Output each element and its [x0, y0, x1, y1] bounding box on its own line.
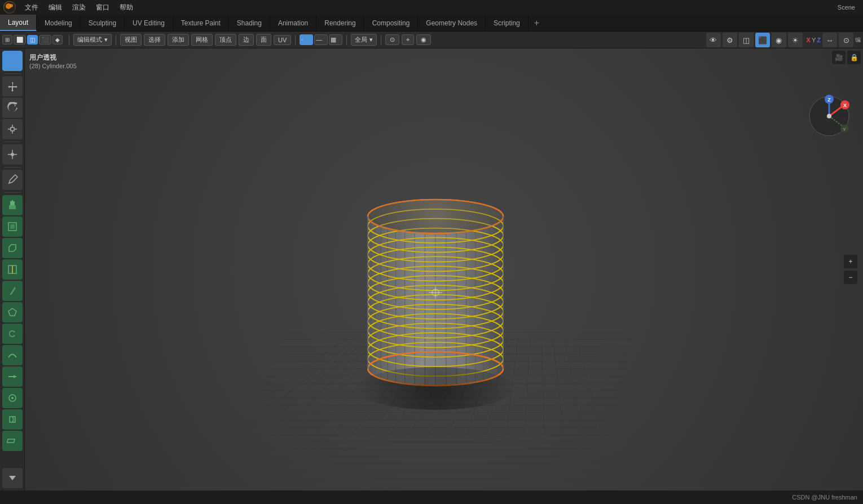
- spin-tool-btn[interactable]: [2, 324, 23, 344]
- file-menu[interactable]: 文件: [20, 2, 43, 14]
- move-tool-btn[interactable]: [2, 76, 23, 96]
- inset-tool-btn[interactable]: [2, 216, 23, 237]
- knife-tool-btn[interactable]: [2, 281, 23, 301]
- axis-sep1: Y: [812, 37, 816, 43]
- view-perspective-icon[interactable]: 👁: [706, 33, 721, 47]
- material-preview-btn[interactable]: ◉: [772, 33, 786, 47]
- viewport-overlay-buttons: 🎥 🔒: [832, 51, 861, 64]
- snap-btn[interactable]: ⌖: [402, 34, 414, 45]
- rotate-tool-btn[interactable]: [2, 98, 23, 118]
- mask-btn[interactable]: ◉: [416, 34, 431, 45]
- svg-rect-6: [11, 127, 14, 131]
- z-axis-label: Z: [817, 37, 821, 43]
- zoom-out-btn[interactable]: −: [844, 271, 857, 284]
- edit-menu[interactable]: 编辑: [44, 2, 67, 14]
- bevel-tool-btn[interactable]: [2, 238, 23, 258]
- viewport-toolbar: ⊞ ⬜ ◫ ⬛ ◆ 编辑模式 ▾ 视图 选择 添加 网格 顶点 边 面 UV ·…: [0, 32, 863, 48]
- extrude-tool-btn[interactable]: [2, 195, 23, 215]
- help-menu[interactable]: 帮助: [115, 2, 138, 14]
- viewport-shading-toggle[interactable]: ⊞: [2, 35, 12, 45]
- main-area: 用户透视 (28) Cylinder.005 🎥 🔒 Z X: [0, 48, 863, 490]
- annotate-tool-btn[interactable]: [2, 170, 23, 190]
- solid-mode-btn[interactable]: ⬛: [755, 33, 770, 47]
- mesh-btn[interactable]: 网格: [191, 34, 213, 46]
- zoom-in-btn[interactable]: +: [844, 255, 857, 268]
- shrink-tool-btn[interactable]: [2, 388, 23, 408]
- x-axis-label: X: [807, 37, 811, 43]
- tab-animation[interactable]: Animation: [270, 15, 316, 31]
- smooth-tool-btn[interactable]: [2, 345, 23, 365]
- tab-geometry-nodes[interactable]: Geometry Nodes: [418, 15, 486, 31]
- tab-scripting[interactable]: Scripting: [486, 15, 529, 31]
- material-toggle[interactable]: ◆: [52, 35, 63, 45]
- vertex-btn[interactable]: 顶点: [215, 34, 236, 46]
- proportional-edit-icon[interactable]: ⊙: [839, 33, 853, 47]
- vertex-mode-btn[interactable]: ·: [300, 34, 313, 45]
- svg-point-11: [11, 153, 14, 156]
- face-btn[interactable]: 面: [256, 34, 271, 46]
- proportional-dropdown[interactable]: 全局 ▾: [351, 34, 377, 46]
- status-bar: CSDN @JNU freshman: [0, 490, 863, 504]
- scene-label: Scene: [838, 4, 855, 11]
- render-menu[interactable]: 渲染: [68, 2, 90, 14]
- scale-tool-btn[interactable]: [2, 119, 23, 139]
- tab-compositing[interactable]: Compositing: [364, 15, 419, 31]
- tab-uv-editing[interactable]: UV Editing: [125, 15, 173, 31]
- select-btn[interactable]: 选择: [144, 34, 165, 46]
- edge-slide-tool-btn[interactable]: [2, 366, 23, 387]
- add-workspace-button[interactable]: +: [529, 15, 545, 31]
- edge-btn[interactable]: 边: [239, 34, 254, 46]
- add-btn[interactable]: 添加: [168, 34, 189, 46]
- status-text: CSDN @JNU freshman: [792, 494, 857, 501]
- viewport-btn[interactable]: 视图: [120, 34, 142, 46]
- workspace-tabs-bar: Layout Modeling Sculpting UV Editing Tex…: [0, 15, 863, 32]
- svg-marker-25: [14, 375, 16, 378]
- face-mode-btn[interactable]: ▦: [329, 34, 342, 45]
- svg-point-39: [827, 114, 831, 118]
- proportional-btn[interactable]: ⊙: [385, 34, 399, 45]
- wireframe-btn[interactable]: ◫: [739, 33, 754, 47]
- transform-pivot-icon[interactable]: ↔: [822, 33, 837, 47]
- viewport-camera-icon[interactable]: 🎥: [832, 51, 846, 64]
- edge-mode-btn[interactable]: —: [314, 34, 328, 45]
- rip-tool-btn[interactable]: [2, 409, 23, 430]
- tab-layout[interactable]: Layout: [0, 15, 37, 31]
- overlay-toggle[interactable]: ⬜: [14, 35, 26, 45]
- blender-logo: [3, 1, 16, 14]
- window-menu[interactable]: 窗口: [91, 2, 114, 14]
- tab-sculpting[interactable]: Sculpting: [81, 15, 125, 31]
- shear-tool-btn[interactable]: [2, 431, 23, 451]
- tab-shading[interactable]: Shading: [229, 15, 270, 31]
- svg-rect-16: [9, 205, 16, 209]
- uv-btn[interactable]: UV: [274, 35, 291, 45]
- svg-text:X: X: [843, 103, 847, 108]
- navigation-gizmo[interactable]: Z X Y: [807, 94, 852, 139]
- transform-tool-btn[interactable]: [2, 144, 23, 165]
- edit-mode-dropdown[interactable]: 编辑模式 ▾: [73, 34, 112, 46]
- view-settings-icon[interactable]: ⚙: [723, 33, 737, 47]
- svg-point-2: [10, 4, 13, 7]
- tool-expand-btn[interactable]: [2, 468, 23, 488]
- rendered-btn[interactable]: ☀: [788, 33, 803, 47]
- left-toolbar: [0, 48, 25, 490]
- svg-text:Y: Y: [843, 127, 846, 132]
- svg-text:Z: Z: [827, 97, 831, 103]
- poly-build-tool-btn[interactable]: [2, 302, 23, 322]
- tab-modeling[interactable]: Modeling: [37, 15, 81, 31]
- cursor-tool-btn[interactable]: [2, 51, 23, 71]
- tab-rendering[interactable]: Rendering: [316, 15, 364, 31]
- top-menu-bar: 文件 编辑 渲染 窗口 帮助 Scene: [0, 0, 863, 15]
- tab-texture-paint[interactable]: Texture Paint: [173, 15, 229, 31]
- extra-label: 编: [855, 36, 861, 44]
- svg-rect-17: [10, 201, 15, 205]
- viewport-lock-icon[interactable]: 🔒: [847, 51, 861, 64]
- svg-marker-23: [8, 308, 16, 316]
- solid-toggle[interactable]: ⬛: [39, 35, 51, 45]
- svg-rect-28: [7, 439, 15, 443]
- viewport[interactable]: 用户透视 (28) Cylinder.005 🎥 🔒 Z X: [25, 48, 863, 490]
- svg-point-27: [11, 397, 14, 399]
- loop-cut-tool-btn[interactable]: [2, 259, 23, 280]
- svg-rect-20: [10, 224, 15, 229]
- viewport-canvas: [25, 48, 863, 490]
- wireframe-toggle[interactable]: ◫: [27, 35, 38, 45]
